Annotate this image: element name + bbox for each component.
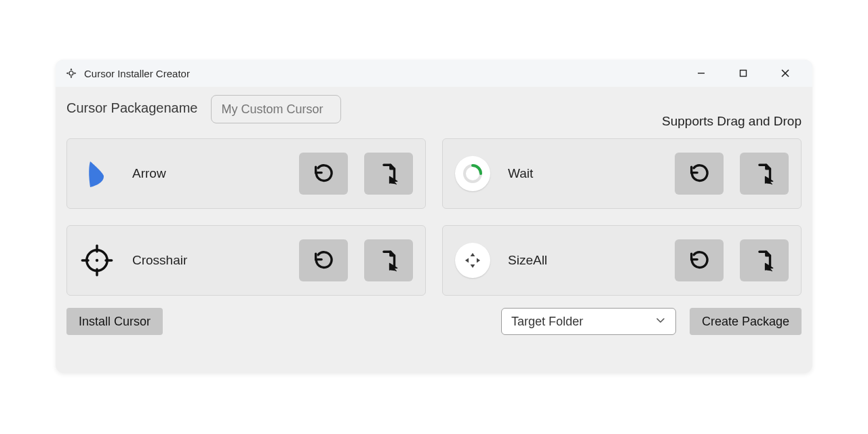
footer-row: Install Cursor Target Folder Create Pack… <box>66 308 802 335</box>
app-logo-icon <box>65 67 77 79</box>
cursor-card-wait[interactable]: Wait <box>442 138 802 209</box>
reset-button[interactable] <box>299 239 348 281</box>
pick-file-button[interactable] <box>740 153 789 195</box>
pick-file-button[interactable] <box>740 239 789 281</box>
pick-file-button[interactable] <box>364 239 413 281</box>
content-area: Cursor Packagename Supports Drag and Dro… <box>56 87 812 373</box>
chevron-down-icon <box>655 315 666 329</box>
package-name-label: Cursor Packagename <box>66 95 197 116</box>
cursor-cards-grid: Arrow <box>66 138 802 296</box>
reset-button[interactable] <box>299 153 348 195</box>
cursor-card-arrow[interactable]: Arrow <box>66 138 426 209</box>
cursor-card-sizeall[interactable]: SizeAll <box>442 225 802 296</box>
cursor-label: SizeAll <box>508 253 657 268</box>
package-name-input[interactable] <box>211 95 341 123</box>
target-folder-dropdown[interactable]: Target Folder <box>501 308 676 335</box>
create-package-button[interactable]: Create Package <box>690 308 802 335</box>
close-button[interactable] <box>770 61 800 85</box>
cursor-card-crosshair[interactable]: Crosshair <box>66 225 426 296</box>
svg-point-0 <box>69 71 73 75</box>
reset-button[interactable] <box>675 239 724 281</box>
package-row: Cursor Packagename Supports Drag and Dro… <box>66 95 802 129</box>
maximize-button[interactable] <box>728 61 758 85</box>
pick-file-button[interactable] <box>364 153 413 195</box>
wait-cursor-icon <box>455 156 490 191</box>
cursor-label: Wait <box>508 166 657 181</box>
arrow-cursor-icon <box>79 156 115 191</box>
crosshair-cursor-icon <box>79 243 115 278</box>
svg-rect-2 <box>741 71 747 77</box>
cursor-label: Arrow <box>132 166 281 181</box>
install-button[interactable]: Install Cursor <box>66 308 163 335</box>
minimize-button[interactable] <box>686 61 716 85</box>
svg-point-7 <box>96 259 98 262</box>
dragdrop-hint: Supports Drag and Drop <box>662 95 802 129</box>
reset-button[interactable] <box>675 153 724 195</box>
titlebar: Cursor Installer Creator <box>56 60 812 87</box>
app-title: Cursor Installer Creator <box>84 68 679 79</box>
window-controls <box>686 61 806 85</box>
target-folder-label: Target Folder <box>511 315 648 329</box>
app-window: Cursor Installer Creator Cursor Packagen… <box>56 60 812 373</box>
cursor-label: Crosshair <box>132 253 281 268</box>
sizeall-cursor-icon <box>455 243 490 278</box>
